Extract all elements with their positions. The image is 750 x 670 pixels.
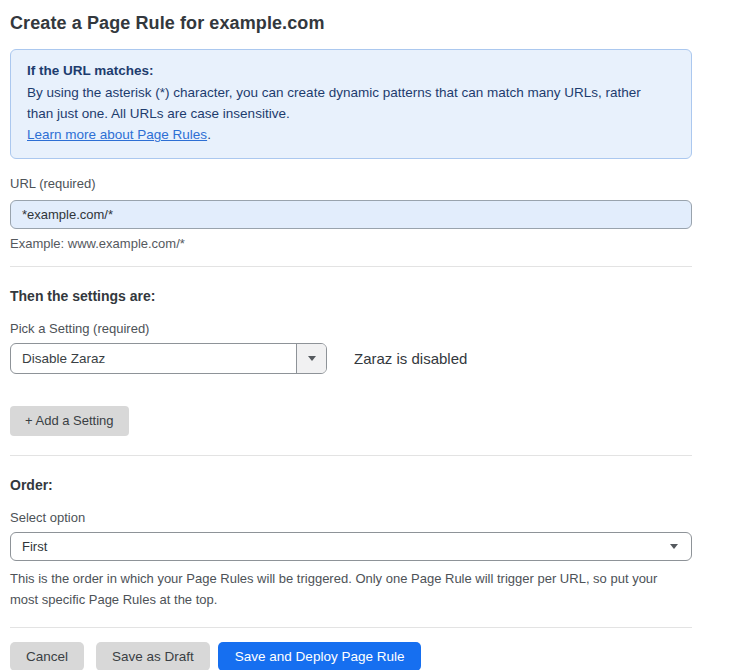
info-box-heading: If the URL matches:	[27, 60, 675, 81]
cancel-button[interactable]: Cancel	[10, 642, 84, 670]
chevron-down-icon	[670, 544, 678, 549]
pick-setting-label: Pick a Setting (required)	[10, 321, 692, 336]
action-buttons-row: Cancel Save as Draft Save and Deploy Pag…	[10, 642, 692, 670]
info-box-body: By using the asterisk (*) character, you…	[27, 82, 655, 124]
divider	[10, 266, 692, 267]
setting-select[interactable]: Disable Zaraz	[10, 343, 327, 374]
link-period: .	[207, 127, 211, 142]
setting-status-text: Zaraz is disabled	[354, 350, 467, 367]
divider	[10, 627, 692, 628]
order-select-value: First	[22, 539, 47, 554]
info-box-link-line: Learn more about Page Rules.	[27, 124, 675, 145]
order-select-label: Select option	[10, 510, 692, 525]
setting-select-arrow-button[interactable]	[296, 344, 326, 373]
url-match-info-box: If the URL matches: By using the asteris…	[10, 49, 692, 159]
settings-section-heading: Then the settings are:	[10, 288, 692, 304]
page-title: Create a Page Rule for example.com	[10, 13, 692, 34]
url-example-hint: Example: www.example.com/*	[10, 236, 692, 251]
page-rule-form: Create a Page Rule for example.com If th…	[0, 0, 702, 670]
divider	[10, 455, 692, 456]
learn-more-link[interactable]: Learn more about Page Rules	[27, 127, 207, 142]
save-as-draft-button[interactable]: Save as Draft	[96, 642, 210, 670]
save-and-deploy-button[interactable]: Save and Deploy Page Rule	[218, 642, 422, 670]
add-setting-button[interactable]: + Add a Setting	[10, 406, 129, 436]
order-section-heading: Order:	[10, 477, 692, 493]
setting-row: Disable Zaraz Zaraz is disabled	[10, 343, 692, 374]
order-select[interactable]: First	[10, 532, 692, 561]
order-help-text: This is the order in which your Page Rul…	[10, 568, 682, 610]
url-field-label: URL (required)	[10, 176, 692, 191]
chevron-down-icon	[308, 356, 316, 361]
setting-select-value: Disable Zaraz	[11, 344, 296, 373]
url-input[interactable]	[10, 200, 692, 229]
